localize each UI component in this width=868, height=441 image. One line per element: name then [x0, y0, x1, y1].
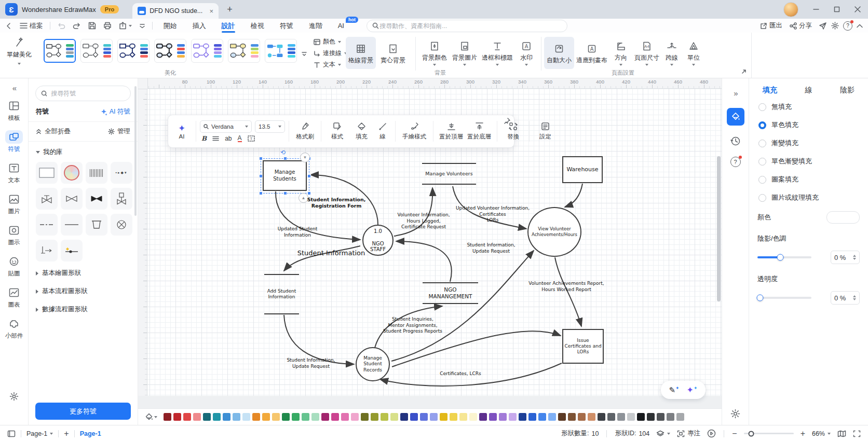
- fill-option-none[interactable]: 無填充: [758, 102, 860, 112]
- rotate-handle-icon[interactable]: ⟲: [280, 149, 286, 156]
- dfd-process-ngo-staff[interactable]: 1.0NGO STAFF: [362, 225, 394, 256]
- print-icon[interactable]: [103, 22, 112, 30]
- orientation-button[interactable]: 方向: [609, 37, 632, 69]
- close-window-button[interactable]: [847, 0, 868, 19]
- line-spacing-button[interactable]: [212, 136, 219, 141]
- expand-group-icon[interactable]: [741, 69, 747, 74]
- font-color-button[interactable]: A: [238, 135, 242, 142]
- sidebar-item-pictures[interactable]: 圖片: [2, 190, 26, 218]
- group-data-flow-shapes[interactable]: 數據流程圖形狀: [36, 305, 130, 314]
- undo-icon[interactable]: [57, 22, 65, 29]
- zoom-level[interactable]: 66%: [812, 430, 831, 437]
- fill-option-texture[interactable]: 圖片或紋理填充: [758, 193, 860, 202]
- fill-option-mono-gradient[interactable]: 單色漸變填充: [758, 157, 860, 166]
- panel-help-icon[interactable]: ?: [730, 157, 741, 167]
- symbol-dashdot-line[interactable]: [36, 214, 58, 236]
- expand-panel-icon[interactable]: »: [734, 89, 737, 98]
- dfd-external-warehouse[interactable]: Warehouse: [562, 156, 603, 183]
- user-avatar[interactable]: [783, 2, 798, 17]
- dfd-datastore-manage-volunteers[interactable]: Manage Volunteers: [422, 163, 476, 185]
- solid-background-button[interactable]: 實心背景: [378, 37, 408, 69]
- fill-tool-active-icon[interactable]: [727, 108, 744, 126]
- symbol-search[interactable]: [35, 86, 131, 101]
- symbol-search-input[interactable]: [50, 89, 125, 98]
- canvas[interactable]: 8010012014016018020022024026028030032034…: [138, 78, 722, 425]
- bold-button[interactable]: B: [201, 135, 207, 142]
- dfd-datastore-ngo-management[interactable]: NGO MANANGEMENT: [423, 282, 478, 304]
- fill-color-swatch[interactable]: [826, 211, 860, 224]
- sidebar-gear-icon[interactable]: [9, 392, 19, 401]
- symbol-valve-outline[interactable]: [61, 188, 83, 210]
- menu-item-view[interactable]: 檢視: [243, 19, 272, 33]
- line-button[interactable]: 線: [374, 122, 391, 141]
- edge-label-certificates-lcrs[interactable]: Certificates, LCRs: [440, 371, 481, 377]
- shade-slider[interactable]: [757, 256, 811, 258]
- case-button[interactable]: ab: [225, 135, 232, 142]
- format-painter-button[interactable]: 格式刷: [293, 122, 317, 141]
- font-size-select[interactable]: 13.5: [255, 120, 285, 133]
- edge-label-volunteer-achievements[interactable]: Volunteer Achievements Report, Hours Wor…: [528, 281, 604, 293]
- pin-toolbar-icon[interactable]: [504, 118, 510, 124]
- more-symbols-button[interactable]: 更多符號: [35, 403, 131, 420]
- sparkle-icon[interactable]: ✦✦: [687, 385, 698, 395]
- sidebar-item-charts[interactable]: 圖表: [2, 283, 26, 311]
- share-button[interactable]: 分享: [790, 21, 812, 30]
- page-dropdown[interactable]: Page-1: [26, 430, 53, 437]
- fit-screen-icon[interactable]: [853, 430, 861, 437]
- document-tab[interactable]: DFD NGO stude... ×: [132, 3, 219, 19]
- group-basic-drawing-shapes[interactable]: 基本繪圖形狀: [36, 269, 130, 278]
- symbol-diagram-thumbnail[interactable]: [61, 162, 83, 184]
- play-presentation-button[interactable]: [707, 429, 716, 438]
- opacity-value-spinner[interactable]: 0 %: [831, 291, 860, 305]
- sidebar-item-icons[interactable]: 圖示: [2, 221, 26, 249]
- group-basic-flowchart-shapes[interactable]: 基本流程圖形狀: [36, 287, 130, 296]
- edge-label-student-info-update-right[interactable]: Student Information, Update Request: [467, 242, 515, 254]
- page-layout-icon[interactable]: [7, 430, 16, 437]
- tab-line[interactable]: 線: [805, 86, 812, 95]
- tab-fill[interactable]: 填充: [763, 86, 777, 95]
- manage-symbols-button[interactable]: 管理: [108, 127, 130, 136]
- my-library-header[interactable]: 我的庫: [29, 142, 138, 160]
- theme-style-2[interactable]: [80, 39, 113, 63]
- edge-label-student-information[interactable]: Student Information: [297, 249, 365, 258]
- edge-label-student-info-registration[interactable]: Student Information, Registration Form: [307, 197, 366, 210]
- more-themes-button[interactable]: [301, 50, 307, 57]
- save-icon[interactable]: [88, 22, 96, 30]
- ai-button[interactable]: ✦AI: [171, 123, 192, 140]
- add-page-button[interactable]: +: [64, 429, 69, 438]
- replace-button[interactable]: 替換: [501, 122, 525, 141]
- theme-style-7[interactable]: [265, 39, 297, 63]
- global-search-input[interactable]: [378, 22, 562, 30]
- dfd-process-view-volunteer[interactable]: View Volunteer Achievements/Hours: [527, 207, 581, 257]
- focus-mode-button[interactable]: 專注: [677, 429, 700, 438]
- tab-shadow[interactable]: 陰影: [840, 86, 855, 95]
- unit-button[interactable]: 單位: [683, 37, 704, 69]
- minimize-button[interactable]: [806, 0, 826, 19]
- palette-swatches[interactable]: [164, 413, 694, 421]
- menu-item-insert[interactable]: 插入: [185, 19, 214, 33]
- symbol-trapezoid-vessel[interactable]: [86, 214, 107, 236]
- edge-label-student-inquiries[interactable]: Student Inquiries, Mentor Assignments, S…: [383, 316, 442, 335]
- pen-spark-icon[interactable]: ✎✦: [669, 385, 679, 395]
- redo-icon[interactable]: [73, 22, 81, 29]
- hand-drawn-style-button[interactable]: 手繪樣式: [399, 122, 429, 141]
- symbol-instrument[interactable]: [36, 240, 58, 261]
- connector-dropdown[interactable]: 連接線: [314, 49, 347, 58]
- panel-gear-icon[interactable]: [730, 409, 740, 419]
- quick-arrow-down-button[interactable]: ▼: [300, 153, 310, 162]
- zoom-in-button[interactable]: +: [801, 429, 805, 438]
- export-button[interactable]: 匯出: [760, 21, 782, 30]
- theme-style-5[interactable]: [191, 39, 223, 63]
- page-tab-active[interactable]: Page-1: [80, 430, 101, 437]
- border-title-button[interactable]: 邊框和標題: [481, 37, 514, 69]
- pan-map-icon[interactable]: [837, 430, 846, 437]
- dfd-process-manage-students[interactable]: Manage Students: [263, 160, 307, 191]
- fill-option-gradient[interactable]: 漸變填充: [758, 139, 860, 148]
- settings-button[interactable]: 設定: [533, 122, 558, 141]
- background-color-button[interactable]: 背景顏色: [419, 37, 450, 69]
- symbol-valve-square-top[interactable]: [111, 188, 132, 210]
- line-jump-button[interactable]: 跨線: [661, 37, 682, 69]
- maximize-button[interactable]: [826, 0, 847, 19]
- back-button[interactable]: [5, 22, 12, 30]
- one-click-beautify-button[interactable]: 單鍵美化: [4, 37, 34, 66]
